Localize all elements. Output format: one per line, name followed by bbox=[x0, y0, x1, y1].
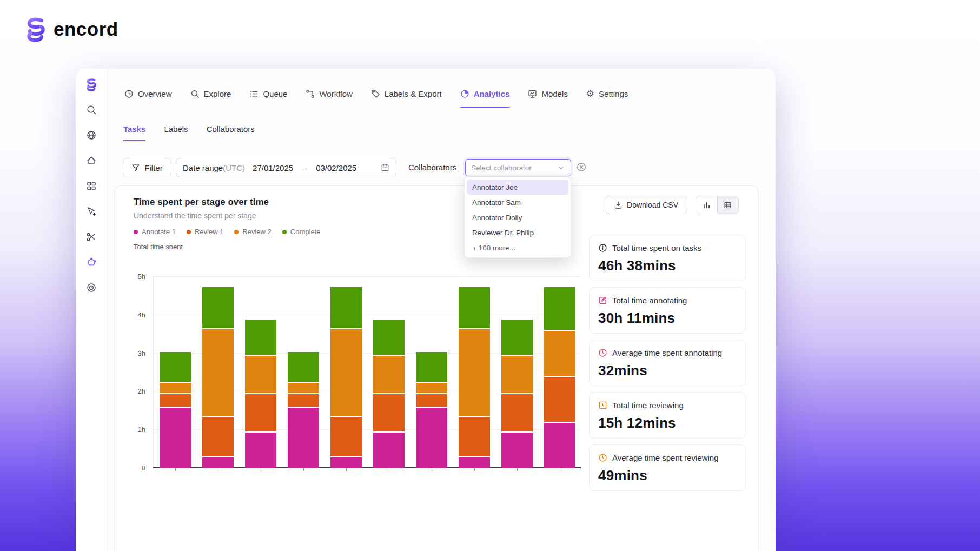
search-icon[interactable] bbox=[85, 104, 97, 116]
bar-segment[interactable] bbox=[288, 394, 319, 407]
stat-card-total-time-on-tasks: Total time spent on tasks 46h 38mins bbox=[589, 235, 746, 281]
arrow-right-icon: → bbox=[301, 163, 308, 172]
annotate-cursor-icon[interactable] bbox=[85, 205, 97, 217]
legend-item[interactable]: Review 2 bbox=[234, 228, 271, 236]
x-axis-tick bbox=[389, 468, 390, 471]
monitor-icon bbox=[528, 89, 537, 98]
tab-tasks[interactable]: Tasks bbox=[123, 124, 145, 141]
filter-button[interactable]: Filter bbox=[123, 158, 171, 177]
nav-label: Workflow bbox=[319, 89, 352, 98]
home-icon[interactable] bbox=[85, 155, 97, 167]
legend-item[interactable]: Annotate 1 bbox=[134, 228, 176, 236]
dropdown-item[interactable]: Annotator Joe bbox=[467, 180, 568, 195]
bar-segment[interactable] bbox=[501, 320, 533, 355]
target-icon[interactable] bbox=[85, 282, 97, 294]
nav-item-labels-export[interactable]: Labels & Export bbox=[371, 89, 442, 108]
legend-label: Complete bbox=[290, 228, 321, 236]
scissors-icon[interactable] bbox=[85, 231, 97, 243]
workflow-icon bbox=[306, 89, 315, 98]
y-axis-tick-label: 0 bbox=[142, 464, 145, 472]
collaborator-select-placeholder: Select collaborator bbox=[471, 164, 532, 172]
bar-segment[interactable] bbox=[202, 287, 234, 328]
bar-segment[interactable] bbox=[202, 457, 234, 468]
bar-segment[interactable] bbox=[288, 383, 319, 393]
bar-segment[interactable] bbox=[160, 408, 191, 468]
tab-collaborators[interactable]: Collaborators bbox=[207, 124, 255, 141]
nav-item-overview[interactable]: Overview bbox=[124, 89, 172, 108]
dropdown-item[interactable]: Annotator Sam bbox=[467, 195, 568, 210]
sidebar-encord-logo-icon[interactable] bbox=[85, 78, 97, 90]
polygon-tool-icon[interactable] bbox=[85, 256, 97, 268]
apps-grid-icon[interactable] bbox=[85, 180, 97, 192]
clear-filter-icon[interactable] bbox=[576, 162, 587, 172]
legend-item[interactable]: Complete bbox=[282, 228, 321, 236]
stat-label: Average time spent annotating bbox=[612, 348, 722, 357]
bar-segment[interactable] bbox=[459, 457, 490, 468]
bar-segment[interactable] bbox=[288, 352, 319, 382]
bar-segment[interactable] bbox=[501, 394, 533, 431]
bar-segment[interactable] bbox=[373, 356, 405, 393]
bar-segment[interactable] bbox=[330, 417, 362, 456]
bar-chart-view-button[interactable] bbox=[696, 196, 718, 214]
bar-segment[interactable] bbox=[416, 394, 447, 407]
bar-segment[interactable] bbox=[330, 287, 362, 328]
bar-segment[interactable] bbox=[160, 383, 191, 393]
x-axis-tick bbox=[175, 468, 176, 471]
nav-item-workflow[interactable]: Workflow bbox=[306, 89, 352, 108]
bar-segment[interactable] bbox=[373, 433, 405, 468]
bar-segment[interactable] bbox=[373, 320, 405, 355]
legend-item[interactable]: Review 1 bbox=[187, 228, 223, 236]
bar-segment[interactable] bbox=[245, 394, 276, 431]
desktop-background: { "brand": { "wordmark": "encord" }, "na… bbox=[0, 0, 980, 551]
stat-value: 49mins bbox=[598, 467, 737, 484]
bar-segment[interactable] bbox=[416, 352, 447, 382]
nav-item-settings[interactable]: ⚙ Settings bbox=[586, 89, 628, 108]
bar-segment[interactable] bbox=[160, 352, 191, 382]
nav-item-explore[interactable]: Explore bbox=[190, 89, 231, 108]
table-view-button[interactable] bbox=[718, 196, 739, 214]
nav-label: Overview bbox=[138, 89, 172, 98]
nav-item-queue[interactable]: Queue bbox=[249, 89, 287, 108]
search-icon bbox=[190, 89, 200, 98]
filter-button-label: Filter bbox=[144, 163, 162, 172]
bar-segment[interactable] bbox=[459, 417, 490, 456]
bar-segment[interactable] bbox=[288, 408, 319, 468]
calendar-icon[interactable] bbox=[381, 163, 389, 172]
nav-item-models[interactable]: Models bbox=[528, 89, 567, 108]
bar-segment[interactable] bbox=[245, 356, 276, 393]
stat-card-average-time-reviewing: Average time spent reviewing 49mins bbox=[589, 444, 746, 491]
dropdown-item[interactable]: Annotator Dolly bbox=[467, 210, 568, 225]
bar-segment[interactable] bbox=[544, 377, 575, 422]
bar-segment[interactable] bbox=[373, 394, 405, 431]
bar-segment[interactable] bbox=[459, 329, 490, 416]
bar-segment[interactable] bbox=[202, 417, 234, 456]
bar-segment[interactable] bbox=[202, 329, 234, 416]
bar-segment[interactable] bbox=[501, 356, 533, 393]
bar-segment[interactable] bbox=[245, 320, 276, 355]
bar-segment[interactable] bbox=[459, 287, 490, 328]
bar-segment[interactable] bbox=[544, 287, 575, 330]
nav-item-analytics[interactable]: Analytics bbox=[460, 89, 510, 108]
collaborator-select[interactable]: Select collaborator bbox=[465, 159, 571, 176]
stat-value: 15h 12mins bbox=[598, 415, 737, 431]
tab-labels[interactable]: Labels bbox=[164, 124, 188, 141]
date-range-control[interactable]: Date range (UTC) 27/01/2025 → 03/02/2025 bbox=[176, 158, 396, 177]
bar-segment[interactable] bbox=[544, 423, 575, 468]
dropdown-item[interactable]: Reviewer Dr. Philip bbox=[467, 225, 568, 240]
nav-label: Explore bbox=[204, 89, 231, 98]
bar-segment[interactable] bbox=[544, 331, 575, 376]
bar-segment[interactable] bbox=[245, 433, 276, 468]
bar-segment[interactable] bbox=[330, 329, 362, 416]
bar-segment[interactable] bbox=[416, 383, 447, 393]
date-range-start-input[interactable]: 27/01/2025 bbox=[253, 163, 293, 172]
gridline bbox=[154, 276, 581, 277]
download-csv-button[interactable]: Download CSV bbox=[605, 196, 687, 214]
nav-label: Settings bbox=[599, 89, 628, 98]
date-range-end-input[interactable]: 03/02/2025 bbox=[316, 163, 356, 172]
bar-segment[interactable] bbox=[330, 457, 362, 468]
bar-segment[interactable] bbox=[416, 408, 447, 468]
bar-segment[interactable] bbox=[501, 433, 533, 468]
bar-segment[interactable] bbox=[160, 394, 191, 407]
globe-icon[interactable] bbox=[85, 129, 97, 141]
dropdown-item-more[interactable]: + 100 more... bbox=[467, 240, 568, 255]
